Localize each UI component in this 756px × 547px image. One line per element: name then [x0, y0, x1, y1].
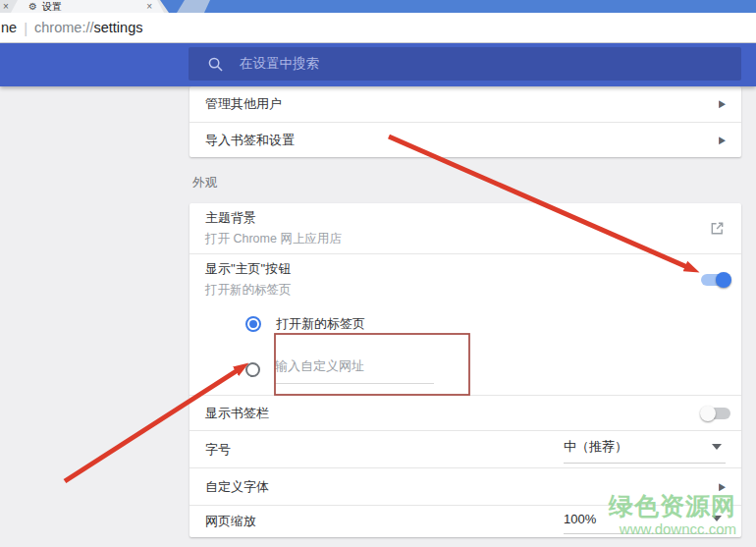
section-title-appearance: 外观	[192, 175, 217, 191]
appearance-card: 主题背景 打开 Chrome 网上应用店 显示"主页"按钮 打开新的标签页	[189, 203, 741, 537]
bookmarks-bar-title: 显示书签栏	[205, 405, 269, 422]
row-import-bookmarks[interactable]: 导入书签和设置 ▶	[189, 122, 741, 157]
custom-url-input[interactable]: 输入自定义网址	[275, 356, 434, 384]
theme-subtitle: 打开 Chrome 网上应用店	[205, 231, 342, 247]
tab-title: 设置	[42, 0, 62, 14]
page-zoom-title: 网页缩放	[205, 513, 256, 530]
tab-strip-frame	[160, 0, 756, 13]
chevron-right-icon: ▶	[719, 98, 726, 110]
address-separator: |	[24, 20, 27, 36]
row-font-size: 字号 中（推荐）	[189, 430, 741, 467]
toggle-knob	[700, 406, 716, 421]
row-customize-fonts[interactable]: 自定义字体 ▶	[189, 467, 741, 505]
row-theme[interactable]: 主题背景 打开 Chrome 网上应用店	[189, 203, 741, 253]
settings-search-input[interactable]: 在设置中搜索	[189, 47, 741, 81]
bookmarks-bar-toggle[interactable]	[701, 408, 730, 419]
settings-content: 管理其他用户 ▶ 导入书签和设置 ▶ 外观 主题背景 打开 Chrome 网上应…	[0, 86, 756, 547]
home-button-subtitle: 打开新的标签页	[205, 282, 292, 299]
people-card: 管理其他用户 ▶ 导入书签和设置 ▶	[189, 86, 741, 157]
open-in-new-icon[interactable]	[709, 220, 726, 237]
caret-down-icon	[712, 516, 722, 521]
home-button-toggle[interactable]	[701, 274, 730, 286]
page-zoom-value: 100%	[564, 512, 596, 526]
settings-header: 在设置中搜索	[0, 43, 756, 86]
toggle-knob	[716, 272, 731, 288]
row-label: 导入书签和设置	[205, 132, 295, 149]
radio-selected-icon[interactable]	[245, 316, 261, 332]
row-show-bookmarks-bar[interactable]: 显示书签栏	[189, 395, 741, 430]
radio-label: 打开新的标签页	[276, 315, 365, 333]
address-prefix: ne	[1, 20, 17, 35]
radio-row-new-tab-page[interactable]: 打开新的标签页	[189, 304, 741, 344]
theme-title: 主题背景	[205, 209, 342, 227]
search-placeholder: 在设置中搜索	[240, 55, 319, 73]
customize-fonts-title: 自定义字体	[205, 478, 269, 496]
new-tab-button[interactable]	[177, 0, 210, 13]
font-size-value: 中（推荐）	[564, 438, 627, 456]
home-button-title: 显示"主页"按钮	[205, 260, 292, 278]
row-page-zoom: 网页缩放 100%	[189, 505, 741, 537]
address-host: settings	[93, 20, 142, 35]
radio-row-custom-url[interactable]: 输入自定义网址	[189, 344, 741, 395]
radio-unselected-icon[interactable]	[245, 362, 260, 377]
caret-down-icon	[712, 444, 722, 450]
row-label: 管理其他用户	[205, 95, 282, 113]
row-manage-other-users[interactable]: 管理其他用户 ▶	[189, 86, 741, 122]
chevron-right-icon: ▶	[719, 135, 726, 146]
tab-settings[interactable]: ⚙ 设置 ×	[11, 0, 164, 13]
background-tab-close-icon[interactable]: ×	[3, 0, 9, 13]
row-show-home-button[interactable]: 显示"主页"按钮 打开新的标签页	[189, 253, 741, 304]
font-size-select[interactable]: 中（推荐）	[564, 436, 726, 464]
page-zoom-select[interactable]: 100%	[564, 510, 726, 534]
font-size-title: 字号	[205, 441, 231, 459]
tab-strip: × ⚙ 设置 ×	[0, 0, 756, 13]
search-icon	[208, 57, 223, 72]
gear-icon: ⚙	[28, 0, 37, 13]
address-bar[interactable]: ne | chrome:// settings	[0, 13, 756, 43]
tab-close-icon[interactable]: ×	[146, 0, 152, 13]
address-scheme: chrome://	[34, 20, 93, 35]
chrome-settings-screen: × ⚙ 设置 × ne | chrome:// settings 在设置中搜索	[0, 0, 756, 547]
chevron-right-icon: ▶	[719, 481, 726, 493]
